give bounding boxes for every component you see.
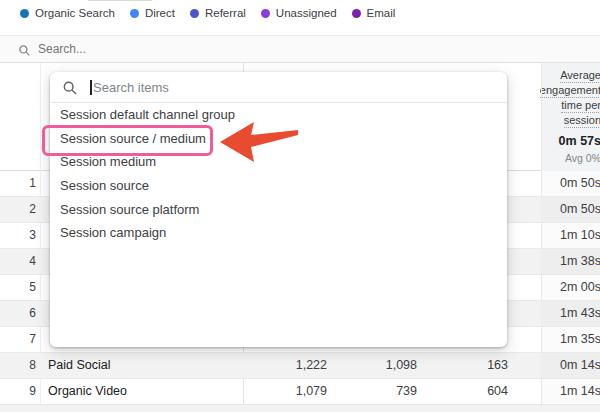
table-search-bar[interactable]: Search... [0, 35, 600, 63]
header-word: Average [540, 69, 600, 81]
totals-avg-engagement-percent: Avg 0% [565, 152, 600, 164]
chart-edge-line [88, 0, 152, 1]
table-row: 9Organic Video1,0797396041m 14s [0, 379, 600, 405]
row-number: 5 [0, 275, 36, 300]
header-word: engagement [540, 84, 600, 96]
series-color-dot [352, 9, 361, 18]
legend-label: Organic Search [35, 7, 115, 19]
dimension-option[interactable]: Session campaign [50, 221, 507, 245]
series-color-dot [130, 9, 139, 18]
legend-label: Referral [205, 7, 246, 19]
avg-engagement-value: 1m 38s [541, 249, 600, 274]
avg-engagement-column-header[interactable]: Averageengagementtime persession [540, 69, 600, 129]
search-placeholder: Search... [38, 36, 86, 62]
dimension-option[interactable]: Session source [50, 174, 507, 198]
row-number: 4 [0, 249, 36, 274]
legend-item[interactable]: Email [352, 7, 396, 19]
avg-engagement-value: 0m 14s [541, 353, 600, 378]
dimension-option[interactable]: Session medium [50, 150, 507, 174]
legend-label: Direct [145, 7, 175, 19]
legend-label: Unassigned [276, 7, 337, 19]
legend-item[interactable]: Direct [130, 7, 175, 19]
engaged-sessions-value: 1,098 [327, 353, 417, 378]
dropdown-search-placeholder: Search items [93, 72, 169, 103]
avg-engagement-value: 1m 10s [541, 223, 600, 248]
header-word: time per [540, 99, 600, 111]
text-cursor [90, 80, 92, 95]
row-number: 2 [0, 197, 36, 222]
dimension-option-list: Session default channel groupSession sou… [50, 103, 507, 245]
avg-engagement-value: 0m 50s [541, 171, 600, 196]
dimension-picker-dropdown: Search items Session default channel gro… [50, 72, 507, 347]
avg-engagement-value: 1m 43s [541, 301, 600, 326]
dropdown-search-input[interactable]: Search items [50, 72, 507, 103]
avg-engagement-value: 2m 00s [541, 275, 600, 300]
analytics-report-screen: Organic Search Direct Referral Unassigne… [0, 0, 600, 412]
metric-value: 163 [417, 353, 508, 378]
sessions-value: 1,222 [243, 353, 327, 378]
metric-value: 604 [417, 379, 508, 404]
search-icon [62, 80, 78, 100]
dimension-option[interactable]: Session source / medium [50, 127, 507, 151]
avg-engagement-value: 1m 14s [541, 379, 600, 404]
sessions-value: 1,079 [243, 379, 327, 404]
series-color-dot [261, 9, 270, 18]
legend-item[interactable]: Unassigned [261, 7, 337, 19]
channel-name: Organic Video [48, 379, 127, 404]
table-row: 8Paid Social1,2221,0981630m 14s [0, 353, 600, 379]
row-number: 6 [0, 301, 36, 326]
row-number: 9 [0, 379, 36, 404]
table-row [0, 405, 600, 412]
channel-name: Paid Social [48, 353, 111, 378]
dimension-option[interactable]: Session default channel group [50, 103, 507, 127]
dimension-option[interactable]: Session source platform [50, 198, 507, 222]
series-color-dot [190, 9, 199, 18]
header-word: session [540, 114, 600, 126]
avg-engagement-value: 0m 50s [541, 197, 600, 222]
legend-item[interactable]: Referral [190, 7, 246, 19]
engaged-sessions-value: 739 [327, 379, 417, 404]
row-number: 1 [0, 171, 36, 196]
totals-avg-engagement-value: 0m 57s [559, 134, 600, 148]
search-icon [18, 43, 31, 61]
row-number: 3 [0, 223, 36, 248]
legend-label: Email [367, 7, 396, 19]
chart-legend: Organic Search Direct Referral Unassigne… [20, 7, 395, 19]
avg-engagement-value: 1m 35s [541, 327, 600, 352]
row-number: 8 [0, 353, 36, 378]
series-color-dot [20, 9, 29, 18]
legend-item[interactable]: Organic Search [20, 7, 115, 19]
row-number: 7 [0, 327, 36, 352]
